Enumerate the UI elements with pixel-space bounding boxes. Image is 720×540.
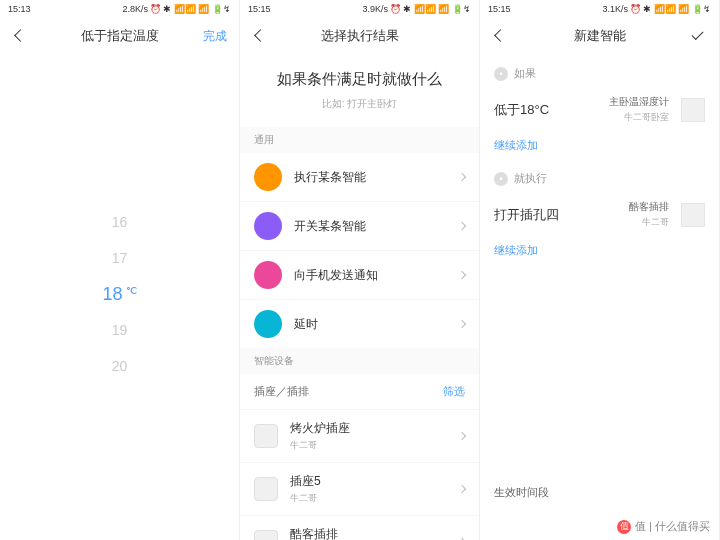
status-bar: 15:15 3.1K/s⏰ ✱ 📶📶 📶 🔋↯ [480, 0, 719, 18]
action-row[interactable]: 开关某条智能 [240, 202, 479, 251]
action-row[interactable]: 延时 [240, 300, 479, 348]
effective-time-label[interactable]: 生效时间段 [494, 485, 549, 500]
section-general: 通用 [240, 127, 479, 153]
section-devices: 智能设备 [240, 348, 479, 374]
device-icon [254, 530, 278, 540]
back-icon[interactable] [252, 28, 268, 44]
back-icon[interactable] [12, 28, 28, 44]
action-item[interactable]: 打开插孔四 酷客插排 牛二哥 [494, 200, 705, 229]
add-condition-link[interactable]: 继续添加 [494, 138, 705, 153]
status-time: 15:15 [488, 4, 511, 14]
action-icon [254, 261, 282, 289]
watermark: 值 值 | 什么值得买 [617, 519, 710, 534]
page-title: 低于指定温度 [81, 27, 159, 45]
condition-item[interactable]: 低于18°C 主卧温湿度计 牛二哥卧室 [494, 95, 705, 124]
picker-option-selected[interactable]: 18℃ [102, 276, 136, 312]
status-bar: 15:13 2.8K/s⏰ ✱ 📶📶 📶 🔋↯ [0, 0, 239, 18]
filter-label: 插座／插排 [254, 384, 309, 399]
header: 低于指定温度 完成 [0, 18, 239, 54]
main-heading: 如果条件满足时就做什么 [240, 70, 479, 89]
action-icon [254, 212, 282, 240]
device-row[interactable]: 烤火炉插座牛二哥 [240, 410, 479, 463]
watermark-icon: 值 [617, 520, 631, 534]
filter-row: 插座／插排 筛选 [240, 374, 479, 410]
device-icon [254, 424, 278, 448]
add-action-link[interactable]: 继续添加 [494, 243, 705, 258]
back-icon[interactable] [492, 28, 508, 44]
header: 新建智能 [480, 18, 719, 54]
action-row[interactable]: 向手机发送通知 [240, 251, 479, 300]
done-button[interactable]: 完成 [203, 28, 227, 45]
chevron-right-icon [458, 485, 466, 493]
device-row[interactable]: 插座5牛二哥 [240, 463, 479, 516]
then-section-header: • 就执行 [494, 171, 705, 186]
device-icon [681, 98, 705, 122]
filter-button[interactable]: 筛选 [443, 384, 465, 399]
page-title: 新建智能 [574, 27, 626, 45]
action-icon [254, 163, 282, 191]
sub-heading: 比如: 打开主卧灯 [240, 97, 479, 111]
device-icon [254, 477, 278, 501]
chevron-right-icon [458, 222, 466, 230]
action-row[interactable]: 执行某条智能 [240, 153, 479, 202]
chevron-right-icon [458, 432, 466, 440]
then-badge-icon: • [494, 172, 508, 186]
picker-option[interactable]: 20 [112, 348, 128, 384]
temperature-picker[interactable]: 16 17 18℃ 19 20 [0, 54, 239, 534]
chevron-right-icon [458, 271, 466, 279]
picker-option[interactable]: 16 [112, 204, 128, 240]
device-row[interactable]: 酷客插排牛二哥 [240, 516, 479, 540]
action-icon [254, 310, 282, 338]
confirm-icon[interactable] [689, 27, 707, 45]
header: 选择执行结果 [240, 18, 479, 54]
status-time: 15:15 [248, 4, 271, 14]
status-time: 15:13 [8, 4, 31, 14]
status-bar: 15:15 3.9K/s⏰ ✱ 📶📶 📶 🔋↯ [240, 0, 479, 18]
if-badge-icon: • [494, 67, 508, 81]
page-title: 选择执行结果 [321, 27, 399, 45]
if-section-header: • 如果 [494, 66, 705, 81]
picker-option[interactable]: 19 [112, 312, 128, 348]
chevron-right-icon [458, 320, 466, 328]
device-icon [681, 203, 705, 227]
chevron-right-icon [458, 173, 466, 181]
picker-option[interactable]: 17 [112, 240, 128, 276]
